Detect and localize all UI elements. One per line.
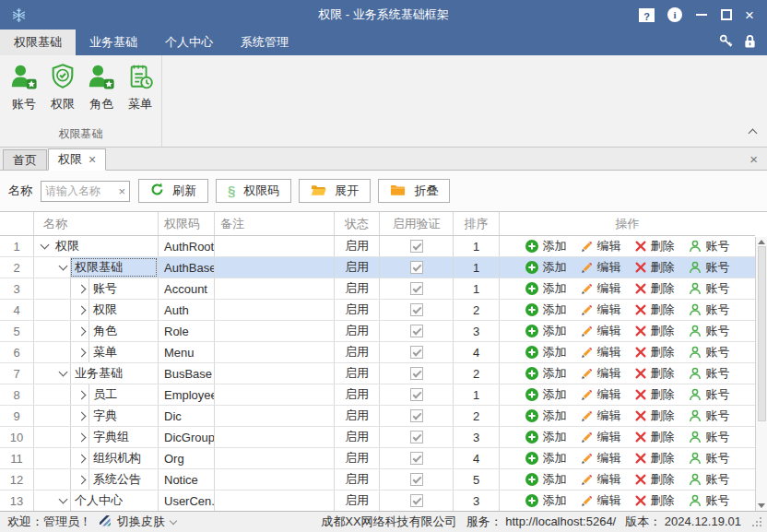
- vertical-scrollbar[interactable]: [755, 237, 767, 511]
- op-account-button[interactable]: 账号: [689, 365, 730, 382]
- name-cell[interactable]: 权限基础: [34, 257, 159, 278]
- op-edit-button[interactable]: 编辑: [581, 429, 621, 445]
- col-header[interactable]: 权限码: [159, 212, 215, 235]
- verify-checkbox[interactable]: [410, 303, 423, 316]
- verify-checkbox[interactable]: [410, 452, 423, 465]
- tree-collapse-icon[interactable]: [59, 368, 68, 377]
- ribbon-button[interactable]: 权限: [44, 61, 81, 126]
- name-cell[interactable]: 角色: [34, 321, 159, 341]
- op-add-button[interactable]: 添加: [525, 492, 567, 509]
- document-tab[interactable]: 权限×: [48, 148, 106, 171]
- col-header[interactable]: 名称: [34, 212, 159, 235]
- tree-expand-icon[interactable]: [77, 284, 87, 293]
- help-icon[interactable]: ?: [639, 8, 655, 22]
- minimize-button[interactable]: [695, 8, 708, 21]
- op-account-button[interactable]: 账号: [689, 259, 730, 276]
- op-edit-button[interactable]: 编辑: [581, 408, 621, 424]
- name-cell[interactable]: 菜单: [34, 342, 159, 362]
- table-row[interactable]: 12 系统公告 Notice启用 5 添加 编辑 删除 账号: [0, 469, 755, 491]
- verify-checkbox[interactable]: [410, 388, 423, 401]
- op-delete-button[interactable]: 删除: [635, 365, 675, 382]
- col-header[interactable]: 状态: [335, 212, 380, 235]
- op-account-button[interactable]: 账号: [689, 429, 730, 445]
- verify-checkbox[interactable]: [410, 431, 423, 443]
- op-account-button[interactable]: 账号: [689, 280, 730, 297]
- toolbar-button[interactable]: 折叠: [378, 179, 450, 203]
- op-delete-button[interactable]: 删除: [635, 492, 675, 509]
- tree-expand-icon[interactable]: [77, 326, 87, 336]
- verify-checkbox[interactable]: [410, 240, 423, 253]
- op-add-button[interactable]: 添加: [525, 429, 567, 445]
- toolbar-button[interactable]: 展开: [299, 179, 371, 203]
- table-row[interactable]: 13 个人中心 UserCen...启用 3 添加 编辑 删除 账号: [0, 491, 755, 511]
- name-cell[interactable]: 业务基础: [34, 363, 159, 384]
- verify-checkbox[interactable]: [410, 282, 423, 295]
- op-edit-button[interactable]: 编辑: [581, 344, 621, 361]
- col-header[interactable]: 操作: [500, 212, 755, 235]
- table-row[interactable]: 4 权限 Auth启用 2 添加 编辑 删除 账号: [0, 300, 755, 321]
- op-delete-button[interactable]: 删除: [635, 450, 675, 467]
- op-account-button[interactable]: 账号: [689, 323, 730, 339]
- op-delete-button[interactable]: 删除: [635, 301, 675, 318]
- op-add-button[interactable]: 添加: [525, 323, 567, 339]
- tree-expand-icon[interactable]: [77, 411, 87, 420]
- op-account-button[interactable]: 账号: [689, 450, 730, 467]
- switch-skin-button[interactable]: 切换皮肤: [99, 514, 176, 530]
- toolbar-button[interactable]: 刷新: [138, 179, 208, 203]
- op-add-button[interactable]: 添加: [525, 238, 567, 254]
- op-account-button[interactable]: 账号: [689, 492, 730, 509]
- op-account-button[interactable]: 账号: [689, 386, 730, 403]
- tab-close-icon[interactable]: ×: [88, 153, 96, 166]
- op-add-button[interactable]: 添加: [525, 365, 567, 382]
- verify-checkbox[interactable]: [410, 409, 423, 422]
- op-account-button[interactable]: 账号: [689, 344, 730, 361]
- table-row[interactable]: 7 业务基础 BusBase启用 2 添加 编辑 删除 账号: [0, 363, 755, 384]
- key-icon[interactable]: [719, 34, 733, 51]
- col-header[interactable]: 备注: [215, 212, 335, 235]
- table-row[interactable]: 8 员工 Employee启用 1 添加 编辑 删除 账号: [0, 384, 755, 406]
- scrollbar-thumb[interactable]: [758, 246, 766, 421]
- verify-checkbox[interactable]: [410, 494, 423, 507]
- op-add-button[interactable]: 添加: [525, 344, 567, 361]
- clear-input-icon[interactable]: ×: [118, 185, 125, 197]
- tree-expand-icon[interactable]: [77, 432, 87, 442]
- table-row[interactable]: 9 字典 Dic启用 2 添加 编辑 删除 账号: [0, 406, 755, 427]
- op-edit-button[interactable]: 编辑: [581, 386, 621, 403]
- name-cell[interactable]: 权限: [34, 236, 159, 256]
- op-add-button[interactable]: 添加: [525, 301, 567, 318]
- scroll-up-icon[interactable]: [758, 240, 765, 244]
- table-row[interactable]: 11 组织机构 Org启用 4 添加 编辑 删除 账号: [0, 448, 755, 469]
- op-edit-button[interactable]: 编辑: [581, 238, 621, 254]
- tree-expand-icon[interactable]: [77, 348, 87, 357]
- op-account-button[interactable]: 账号: [689, 471, 730, 488]
- tree-collapse-icon[interactable]: [59, 495, 68, 504]
- op-add-button[interactable]: 添加: [525, 471, 567, 488]
- ribbon-button[interactable]: 角色: [83, 61, 120, 126]
- tree-expand-icon[interactable]: [77, 305, 87, 314]
- op-edit-button[interactable]: 编辑: [581, 323, 621, 339]
- ribbon-tab[interactable]: 系统管理: [227, 30, 302, 55]
- ribbon-collapse-icon[interactable]: [749, 125, 756, 139]
- op-add-button[interactable]: 添加: [525, 386, 567, 403]
- name-cell[interactable]: 组织机构: [34, 448, 159, 468]
- maximize-button[interactable]: [721, 9, 732, 20]
- scroll-down-icon[interactable]: [758, 503, 765, 508]
- op-delete-button[interactable]: 删除: [635, 259, 675, 276]
- op-add-button[interactable]: 添加: [525, 408, 567, 424]
- name-cell[interactable]: 员工: [34, 384, 159, 405]
- about-icon[interactable]: i: [667, 7, 682, 22]
- tree-expand-icon[interactable]: [77, 390, 87, 399]
- ribbon-button[interactable]: 菜单: [122, 61, 159, 126]
- close-button[interactable]: ×: [745, 7, 754, 23]
- op-account-button[interactable]: 账号: [689, 301, 730, 318]
- table-row[interactable]: 6 菜单 Menu启用 4 添加 编辑 删除 账号: [0, 342, 755, 363]
- name-cell[interactable]: 字典组: [34, 427, 159, 447]
- op-add-button[interactable]: 添加: [525, 280, 567, 297]
- op-delete-button[interactable]: 删除: [635, 323, 675, 339]
- op-edit-button[interactable]: 编辑: [581, 259, 621, 276]
- verify-checkbox[interactable]: [410, 346, 423, 359]
- resize-grip[interactable]: [752, 517, 761, 526]
- op-add-button[interactable]: 添加: [525, 450, 567, 467]
- ribbon-tab[interactable]: 业务基础: [76, 30, 151, 55]
- name-cell[interactable]: 系统公告: [34, 469, 159, 490]
